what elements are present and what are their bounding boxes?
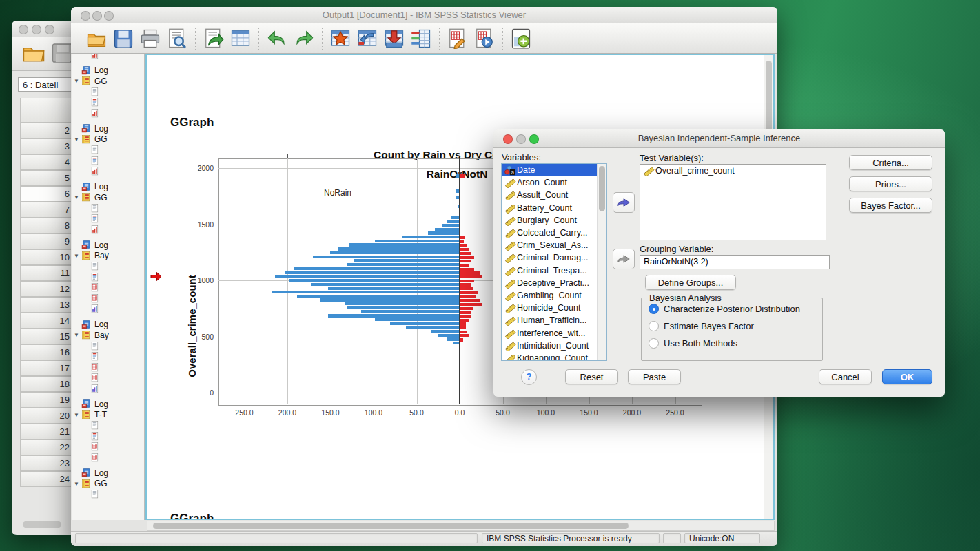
- outline-item-log[interactable]: Log: [72, 240, 144, 251]
- content-hscroll-thumb[interactable]: [153, 523, 629, 529]
- outline-item-child[interactable]: [72, 282, 144, 293]
- outline-item-child[interactable]: [72, 293, 144, 304]
- run-report-button[interactable]: [473, 27, 496, 50]
- outline-item-child[interactable]: [72, 108, 144, 119]
- data-editor-hscroll-thumb[interactable]: [23, 521, 61, 528]
- test-variable-item[interactable]: Overall_crime_count: [640, 165, 826, 177]
- collapse-triangle-icon[interactable]: ▼: [74, 136, 81, 143]
- goto-favorites-button[interactable]: [329, 27, 352, 50]
- variable-item-intimidation-count[interactable]: Intimidation_Count: [502, 340, 606, 352]
- print-preview-button[interactable]: [165, 27, 189, 50]
- designate-window-button[interactable]: [509, 27, 533, 50]
- collapse-triangle-icon[interactable]: ▼: [74, 412, 81, 418]
- variables-list-scroll-thumb[interactable]: [599, 166, 605, 211]
- outline-item-gg[interactable]: ▼GG: [72, 479, 144, 490]
- goto-variable-button[interactable]: [382, 27, 406, 50]
- outline-item-t-t[interactable]: ▼T-T: [72, 410, 144, 421]
- outline-item-child[interactable]: [72, 166, 144, 177]
- variable-item-homicide-count[interactable]: Homicide_Count: [502, 302, 606, 314]
- outline-item-gg[interactable]: ▼GG: [72, 76, 144, 87]
- variables-button[interactable]: [409, 27, 433, 50]
- goto-case-button[interactable]: [356, 27, 379, 50]
- reset-button[interactable]: Reset: [565, 369, 618, 384]
- outline-item-child[interactable]: [72, 341, 144, 352]
- variable-item-deceptive-practi-[interactable]: Deceptive_Practi...: [502, 277, 606, 289]
- variable-item-human-trafficin-[interactable]: Human_Trafficin...: [502, 314, 606, 326]
- undo-button[interactable]: [265, 27, 289, 50]
- outline-item-log[interactable]: Log: [72, 320, 144, 331]
- outline-item-child[interactable]: [72, 453, 144, 464]
- content-hscroll-track[interactable]: [147, 521, 775, 531]
- save-button[interactable]: [112, 27, 135, 50]
- outline-item-log[interactable]: Log: [72, 399, 144, 410]
- criteria-button[interactable]: Criteria...: [849, 155, 932, 170]
- variable-item-date[interactable]: aDate: [502, 164, 606, 176]
- cell-reference-field[interactable]: 6 : Datell: [18, 77, 74, 92]
- bayes-factor-button[interactable]: Bayes Factor...: [849, 198, 932, 213]
- outline-item-child[interactable]: [72, 97, 144, 108]
- variable-item-crim-sexual-as-[interactable]: Crim_Sexual_As...: [502, 239, 606, 251]
- collapse-triangle-icon[interactable]: ▼: [74, 253, 81, 259]
- outline-item-gg[interactable]: ▼GG: [72, 134, 144, 145]
- zoom-icon[interactable]: [45, 25, 54, 34]
- print-button[interactable]: [139, 27, 162, 50]
- ok-button[interactable]: OK: [882, 369, 932, 384]
- variable-item-kidnapping-count[interactable]: Kidnapping_Count: [502, 352, 606, 361]
- outline-item-child[interactable]: [72, 225, 144, 236]
- move-test-variable-button[interactable]: [613, 192, 635, 213]
- outline-item-child[interactable]: [72, 87, 144, 98]
- outline-item-child[interactable]: [72, 489, 144, 500]
- cancel-button[interactable]: Cancel: [819, 369, 872, 384]
- close-icon[interactable]: [19, 25, 28, 34]
- outline-item-child[interactable]: [72, 304, 144, 315]
- outline-item-child[interactable]: [72, 156, 144, 167]
- export-button[interactable]: [202, 27, 225, 50]
- outline-item-child[interactable]: [72, 203, 144, 214]
- variable-item-burglary-count[interactable]: Burglary_Count: [502, 214, 606, 227]
- outline-pane[interactable]: Log▼GGLog▼GGLog▼GGLog▼BayLog▼BayLog▼T-TL…: [72, 54, 145, 520]
- outline-item-child[interactable]: [72, 272, 144, 283]
- variable-item-colcealed-carry-[interactable]: Colcealed_Carry...: [502, 227, 606, 239]
- move-grouping-variable-button[interactable]: [613, 249, 635, 269]
- outline-item-child[interactable]: [72, 384, 144, 395]
- help-button[interactable]: ?: [521, 369, 537, 385]
- outline-item-log[interactable]: Log: [72, 468, 144, 479]
- outline-item-gg[interactable]: ▼GG: [72, 192, 144, 203]
- radio-estimate-bayes-factor[interactable]: Estimate Bayes Factor: [649, 321, 754, 331]
- priors-button[interactable]: Priors...: [849, 176, 932, 191]
- outline-item-child[interactable]: [72, 351, 144, 362]
- radio-unselected-icon[interactable]: [649, 338, 659, 349]
- outline-item-child[interactable]: [72, 261, 144, 272]
- outline-item-child[interactable]: [72, 373, 144, 384]
- test-variables-list[interactable]: Overall_crime_count: [640, 164, 826, 240]
- variable-item-battery-count[interactable]: Battery_Count: [502, 202, 606, 214]
- variable-item-assult-count[interactable]: Assult_Count: [502, 189, 606, 201]
- outline-item-child[interactable]: [72, 214, 144, 225]
- edit-properties-button[interactable]: [446, 27, 469, 50]
- radio-unselected-icon[interactable]: [649, 321, 659, 331]
- minimize-icon[interactable]: [32, 25, 41, 34]
- variable-item-criminal-trespa-[interactable]: Criminal_Trespa...: [502, 264, 606, 277]
- variable-item-criminal-damag-[interactable]: Criminal_Damag...: [502, 251, 606, 264]
- outline-item-child[interactable]: [72, 441, 144, 453]
- recall-dialogs-button[interactable]: [229, 27, 252, 50]
- outline-item-child[interactable]: [72, 145, 144, 156]
- radio-characterize-posterior-distribution[interactable]: Characterize Posterior Distribution: [649, 304, 800, 314]
- open-folder-button[interactable]: [85, 27, 108, 50]
- outline-item-child[interactable]: [72, 420, 144, 431]
- collapse-triangle-icon[interactable]: ▼: [74, 194, 81, 200]
- variable-item-gambling-count[interactable]: Gambling_Count: [502, 289, 606, 302]
- outline-item-child[interactable]: [72, 362, 144, 373]
- outline-item-child[interactable]: [72, 54, 144, 61]
- collapse-triangle-icon[interactable]: ▼: [74, 332, 81, 338]
- outline-item-log[interactable]: Log: [72, 123, 144, 134]
- radio-use-both-methods[interactable]: Use Both Methods: [649, 338, 737, 349]
- collapse-triangle-icon[interactable]: ▼: [74, 78, 81, 84]
- define-groups-button[interactable]: Define Groups...: [645, 275, 736, 290]
- variables-list-scrollbar[interactable]: [597, 164, 606, 360]
- variable-item-arson-count[interactable]: Arson_Count: [502, 176, 606, 189]
- variable-item-interference-wit-[interactable]: Interference_wit...: [502, 326, 606, 339]
- grouping-variable-field[interactable]: RainOrNotN(3 2): [640, 255, 830, 269]
- paste-button[interactable]: Paste: [628, 369, 681, 384]
- outline-item-bay[interactable]: ▼Bay: [72, 251, 144, 262]
